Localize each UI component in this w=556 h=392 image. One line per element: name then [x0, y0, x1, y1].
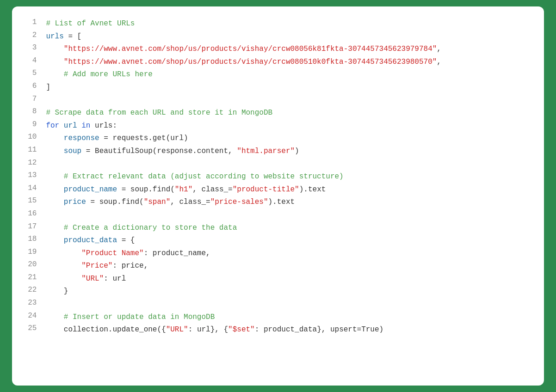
line-content: product_data = {	[46, 234, 535, 247]
line-number: 4	[21, 56, 46, 69]
normal-token: collection.update_one({	[46, 325, 166, 334]
line-content: "Price": price,	[46, 260, 535, 273]
normal-token: , class_=	[192, 185, 232, 194]
code-line: 21 "URL": url	[21, 273, 535, 286]
normal-token: ).text	[299, 185, 326, 194]
line-content: price = soup.find("span", class_="price-…	[46, 196, 535, 209]
normal-token	[46, 45, 63, 53]
line-content: soup = BeautifulSoup(response.content, "…	[46, 145, 535, 158]
code-line: 14 product_name = soup.find("h1", class_…	[21, 184, 535, 196]
line-number: 10	[21, 132, 46, 145]
line-number: 14	[21, 184, 46, 196]
line-content: "https://www.avnet.com/shop/us/products/…	[46, 56, 535, 69]
code-line: 6]	[21, 81, 535, 94]
normal-token: ]	[46, 83, 50, 92]
line-content	[46, 158, 535, 171]
normal-token: : product_data}, upsert=True)	[255, 325, 383, 334]
keyword-token: for	[46, 122, 59, 130]
line-content: # Create a dictionary to store the data	[46, 222, 535, 235]
line-content: "URL": url	[46, 273, 535, 286]
normal-token	[46, 185, 63, 194]
line-content: "Product Name": product_name,	[46, 247, 535, 260]
line-number: 15	[21, 196, 46, 209]
line-content: for url in urls:	[46, 120, 535, 133]
line-content: collection.update_one({"URL": url}, {"$s…	[46, 324, 535, 337]
line-number: 2	[21, 31, 46, 43]
string-token: "price-sales"	[210, 198, 268, 206]
code-line: 22 }	[21, 285, 535, 298]
line-content: product_name = soup.find("h1", class_="p…	[46, 184, 535, 196]
comment-token: # Scrape data from each URL and store it…	[46, 109, 272, 117]
line-number: 25	[21, 324, 46, 337]
string-token: "span"	[144, 198, 171, 206]
line-number: 7	[21, 94, 46, 107]
normal-token: = soup.find(	[86, 198, 144, 206]
code-line: 15 price = soup.find("span", class_="pri…	[21, 196, 535, 209]
normal-token: : url	[104, 275, 126, 283]
variable-token: product_name	[64, 185, 117, 194]
variable-token: price	[64, 198, 86, 206]
line-content	[46, 298, 535, 311]
line-number: 12	[21, 158, 46, 171]
code-line: 2urls = [	[21, 31, 535, 43]
code-line: 16	[21, 209, 535, 222]
code-line: 13 # Extract relevant data (adjust accor…	[21, 171, 535, 184]
normal-token: }	[46, 287, 68, 295]
code-line: 5 # Add more URLs here	[21, 68, 535, 81]
variable-token: response	[64, 134, 99, 142]
variable-token: urls	[46, 32, 63, 41]
code-line: 18 product_data = {	[21, 234, 535, 247]
normal-token	[46, 313, 63, 321]
code-line: 3 "https://www.avnet.com/shop/us/product…	[21, 43, 535, 56]
variable-token: url	[64, 122, 77, 130]
string-token: "html.parser"	[237, 147, 295, 155]
code-line: 11 soup = BeautifulSoup(response.content…	[21, 145, 535, 158]
normal-token	[77, 122, 82, 130]
normal-token	[46, 134, 63, 142]
variable-token: soup	[64, 147, 81, 155]
line-number: 24	[21, 311, 46, 324]
normal-token: )	[295, 147, 299, 155]
string-token: "https://www.avnet.com/shop/us/products/…	[64, 58, 437, 66]
line-content: # Add more URLs here	[46, 68, 535, 81]
string-token: "product-title"	[233, 185, 299, 194]
code-line: 10 response = requests.get(url)	[21, 132, 535, 145]
code-line: 1# List of Avnet URLs	[21, 18, 535, 31]
code-line: 25 collection.update_one({"URL": url}, {…	[21, 324, 535, 337]
line-content: }	[46, 285, 535, 298]
line-content: "https://www.avnet.com/shop/us/products/…	[46, 43, 535, 56]
normal-token	[46, 236, 63, 245]
comment-token: # Extract relevant data (adjust accordin…	[64, 172, 344, 181]
line-number: 5	[21, 68, 46, 81]
string-token: "URL"	[81, 275, 104, 283]
line-number: 23	[21, 298, 46, 311]
code-line: 7	[21, 94, 535, 107]
line-number: 8	[21, 107, 46, 120]
line-number: 20	[21, 260, 46, 273]
keyword-token: in	[81, 122, 90, 130]
comment-token: # Insert or update data in MongoDB	[64, 313, 215, 321]
normal-token: = soup.find(	[117, 185, 175, 194]
variable-token: product_data	[64, 236, 117, 245]
normal-token: = {	[117, 236, 135, 245]
line-content	[46, 94, 535, 107]
code-line: 23	[21, 298, 535, 311]
line-content: # Extract relevant data (adjust accordin…	[46, 171, 535, 184]
line-number: 22	[21, 285, 46, 298]
code-line: 19 "Product Name": product_name,	[21, 247, 535, 260]
normal-token: : url}, {	[188, 325, 228, 334]
code-line: 9for url in urls:	[21, 120, 535, 133]
code-line: 24 # Insert or update data in MongoDB	[21, 311, 535, 324]
normal-token: : product_name,	[144, 249, 210, 257]
comment-token: # Add more URLs here	[64, 70, 153, 79]
normal-token: = requests.get(url)	[99, 134, 188, 142]
line-number: 3	[21, 43, 46, 56]
comment-token: # List of Avnet URLs	[46, 19, 135, 28]
normal-token	[46, 249, 81, 257]
normal-token	[46, 58, 63, 66]
comment-token: # Create a dictionary to store the data	[64, 224, 237, 232]
line-content: ]	[46, 81, 535, 94]
normal-token: , class_=	[170, 198, 210, 206]
normal-token: ).text	[268, 198, 295, 206]
normal-token	[46, 262, 81, 270]
